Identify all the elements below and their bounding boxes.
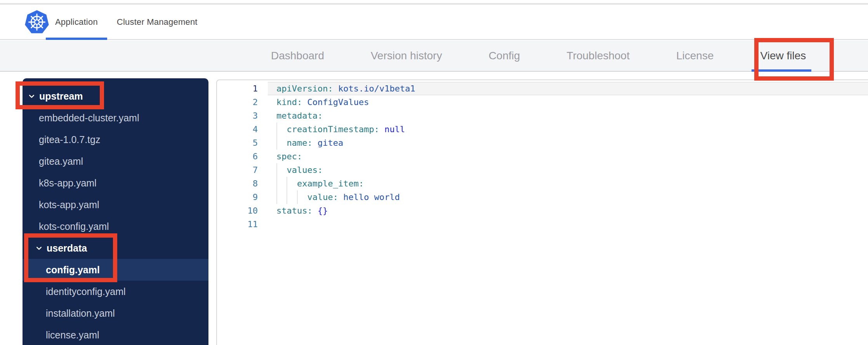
line-number: 2 bbox=[217, 95, 258, 109]
tree-item-kots-app-yaml[interactable]: kots-app.yaml bbox=[23, 194, 208, 216]
tree-item-gitea-yaml[interactable]: gitea.yaml bbox=[23, 150, 208, 172]
code-line-11[interactable]: 11 bbox=[217, 217, 868, 231]
file-label: identityconfig.yaml bbox=[46, 286, 126, 297]
file-label: k8s-app.yaml bbox=[39, 178, 97, 189]
chevron-down-icon bbox=[36, 245, 42, 252]
header-tabs: ApplicationCluster Management bbox=[55, 5, 198, 39]
file-label: gitea.yaml bbox=[39, 156, 83, 167]
chevron-down-icon bbox=[28, 93, 35, 100]
indent-guide bbox=[276, 177, 277, 190]
tab-config[interactable]: Config bbox=[489, 41, 520, 71]
tree-item-userdata[interactable]: userdata bbox=[23, 237, 208, 259]
tree-item-license-yaml[interactable]: license.yaml bbox=[23, 324, 208, 345]
tab-license[interactable]: License bbox=[676, 41, 714, 71]
kubernetes-logo-icon bbox=[24, 10, 50, 34]
code-text: apiVersion: kots.io/v1beta1 bbox=[258, 82, 415, 95]
file-label: license.yaml bbox=[46, 329, 99, 341]
line-number: 10 bbox=[217, 204, 258, 217]
tree-item-k8s-app-yaml[interactable]: k8s-app.yaml bbox=[23, 172, 208, 194]
header-tab-application[interactable]: Application bbox=[55, 5, 98, 39]
code-line-2[interactable]: 2kind: ConfigValues bbox=[217, 95, 868, 109]
code-line-4[interactable]: 4 creationTimestamp: null bbox=[217, 122, 868, 136]
code-text: metadata: bbox=[258, 109, 323, 122]
code-text: values: bbox=[258, 163, 323, 177]
tree-item-kots-config-yaml[interactable]: kots-config.yaml bbox=[23, 216, 208, 237]
file-tree-sidebar: upstreamembedded-cluster.yamlgitea-1.0.7… bbox=[23, 78, 208, 345]
file-label: installation.yaml bbox=[46, 308, 115, 319]
yaml-editor[interactable]: 1apiVersion: kots.io/v1beta12kind: Confi… bbox=[216, 79, 868, 345]
code-line-10[interactable]: 10status: {} bbox=[217, 204, 868, 217]
line-number: 3 bbox=[217, 109, 258, 122]
tree-item-identityconfig-yaml[interactable]: identityconfig.yaml bbox=[23, 281, 208, 302]
tree-item-installation-yaml[interactable]: installation.yaml bbox=[23, 302, 208, 324]
tree-item-gitea-1-0-7-tgz[interactable]: gitea-1.0.7.tgz bbox=[23, 129, 208, 150]
tree-item-config-yaml[interactable]: config.yaml bbox=[23, 259, 208, 281]
app-header: ApplicationCluster Management bbox=[0, 5, 868, 40]
line-number: 5 bbox=[217, 136, 258, 150]
code-text: creationTimestamp: null bbox=[258, 122, 405, 136]
folder-label: userdata bbox=[47, 243, 87, 254]
line-number: 8 bbox=[217, 177, 258, 190]
code-line-5[interactable]: 5 name: gitea bbox=[217, 136, 868, 150]
line-number: 7 bbox=[217, 163, 258, 177]
code-line-7[interactable]: 7 values: bbox=[217, 163, 868, 177]
header-tab-cluster-management[interactable]: Cluster Management bbox=[117, 5, 198, 39]
file-label: embedded-cluster.yaml bbox=[39, 112, 139, 124]
line-number: 1 bbox=[217, 82, 258, 95]
indent-guide bbox=[276, 122, 277, 136]
code-line-8[interactable]: 8 example_item: bbox=[217, 177, 868, 190]
code-text bbox=[258, 217, 276, 231]
code-text: status: {} bbox=[258, 204, 328, 217]
tab-dashboard[interactable]: Dashboard bbox=[271, 41, 324, 71]
file-label: config.yaml bbox=[46, 264, 100, 276]
indent-guide bbox=[297, 190, 298, 204]
file-label: gitea-1.0.7.tgz bbox=[39, 134, 100, 145]
line-number: 11 bbox=[217, 217, 258, 231]
code-line-3[interactable]: 3metadata: bbox=[217, 109, 868, 122]
code-text: spec: bbox=[258, 150, 302, 163]
app-navbar: DashboardVersion historyConfigTroublesho… bbox=[0, 41, 868, 72]
file-label: kots-config.yaml bbox=[39, 221, 109, 232]
code-text: kind: ConfigValues bbox=[258, 95, 369, 109]
indent-guide bbox=[286, 190, 287, 204]
tree-item-upstream[interactable]: upstream bbox=[23, 85, 208, 107]
folder-label: upstream bbox=[39, 91, 83, 102]
indent-guide bbox=[276, 190, 277, 204]
code-text: name: gitea bbox=[258, 136, 343, 150]
tab-version-history[interactable]: Version history bbox=[371, 41, 442, 71]
tab-troubleshoot[interactable]: Troubleshoot bbox=[567, 41, 630, 71]
indent-guide bbox=[286, 177, 287, 190]
tree-item-embedded-cluster-yaml[interactable]: embedded-cluster.yaml bbox=[23, 107, 208, 129]
line-number: 9 bbox=[217, 190, 258, 204]
tab-view-files[interactable]: View files bbox=[760, 41, 806, 71]
line-number: 6 bbox=[217, 150, 258, 163]
indent-guide bbox=[276, 136, 277, 150]
code-text: value: hello world bbox=[258, 190, 400, 204]
line-number: 4 bbox=[217, 122, 258, 136]
code-line-6[interactable]: 6spec: bbox=[217, 150, 868, 163]
indent-guide bbox=[276, 163, 277, 177]
code-line-9[interactable]: 9 value: hello world bbox=[217, 190, 868, 204]
file-label: kots-app.yaml bbox=[39, 199, 99, 210]
code-text: example_item: bbox=[258, 177, 364, 190]
code-line-1[interactable]: 1apiVersion: kots.io/v1beta1 bbox=[217, 82, 868, 95]
